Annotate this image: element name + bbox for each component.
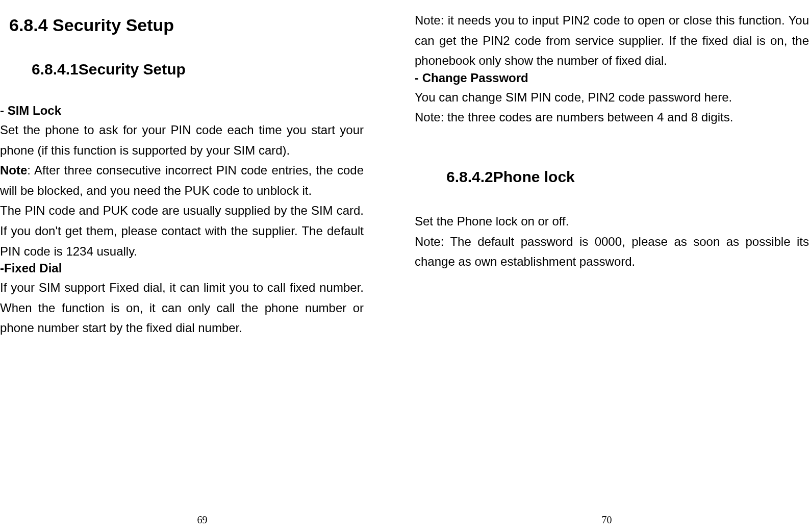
sim-lock-para1: Set the phone to ask for your PIN code e…: [0, 120, 364, 160]
sim-lock-note-text: : After three consecutive incorrect PIN …: [0, 163, 364, 197]
change-password-para1: You can change SIM PIN code, PIN2 code p…: [415, 87, 809, 108]
change-password-heading: - Change Password: [415, 71, 809, 85]
sim-lock-heading: - SIM Lock: [0, 104, 364, 118]
phone-lock-para1: Set the Phone lock on or off.: [415, 211, 809, 232]
note-label: Note: [0, 163, 27, 177]
sim-lock-note: Note: After three consecutive incorrect …: [0, 160, 364, 200]
right-content: Note: it needs you to input PIN2 code to…: [415, 10, 809, 527]
left-page: 6.8.4 Security Setup 6.8.4.1Security Set…: [0, 0, 404, 532]
heading-section-6-8-4-1: 6.8.4.1Security Setup: [0, 61, 364, 78]
phone-lock-para2: Note: The default password is 0000, plea…: [415, 232, 809, 272]
fixed-dial-note: Note: it needs you to input PIN2 code to…: [415, 10, 809, 71]
left-content: 6.8.4 Security Setup 6.8.4.1Security Set…: [0, 10, 364, 527]
right-page: Note: it needs you to input PIN2 code to…: [404, 0, 809, 532]
sim-lock-para2: The PIN code and PUK code are usually su…: [0, 200, 364, 261]
page-number-right: 70: [602, 514, 612, 526]
heading-section-6-8-4: 6.8.4 Security Setup: [0, 15, 364, 35]
fixed-dial-heading: -Fixed Dial: [0, 261, 364, 275]
heading-section-6-8-4-2: 6.8.4.2Phone lock: [415, 168, 809, 186]
change-password-para2: Note: the three codes are numbers betwee…: [415, 107, 809, 128]
fixed-dial-para1: If your SIM support Fixed dial, it can l…: [0, 277, 364, 338]
page-number-left: 69: [197, 514, 208, 526]
